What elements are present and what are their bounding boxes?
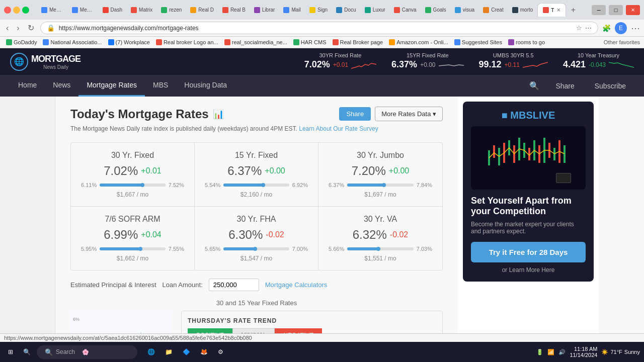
nav-home[interactable]: Home [10, 75, 45, 97]
rate-change-arm: +0.04 [141, 230, 161, 239]
bookmark-rooms[interactable]: rooms to go [506, 38, 547, 46]
minimize-button[interactable] [13, 7, 20, 14]
chart-title: 30 and 15 Year Fixed Rates [70, 299, 443, 307]
ticker-30yr[interactable]: 30YR Fixed Rate 7.02% +0.01 [304, 52, 376, 71]
start-button[interactable]: ⊞ [4, 346, 17, 357]
loan-amount-input[interactable] [209, 279, 259, 291]
new-tab-button[interactable]: + [567, 4, 580, 17]
range-high-va: 7.03% [417, 246, 432, 252]
bookmark-godaddy[interactable]: GoDaddy [4, 38, 39, 46]
taskbar-app-5[interactable]: ⚙ [214, 346, 227, 357]
tab-visual[interactable]: visua [451, 4, 478, 16]
bookmark-workplace[interactable]: (7) Workplace [106, 38, 152, 46]
svg-rect-13 [528, 148, 530, 160]
tab-memo-2[interactable]: Memo [68, 4, 98, 16]
back-button[interactable]: ‹ [4, 23, 11, 34]
tab-docu[interactable]: Docu [332, 4, 359, 16]
search-nav-button[interactable]: 🔍 [525, 77, 543, 95]
page-title-row: Today's Mortgage Rates 📊 Share More Rate… [70, 107, 443, 121]
tab-real-d[interactable]: Real D [186, 4, 217, 16]
range-high-30yr: 7.52% [169, 182, 184, 188]
ticker-umbs[interactable]: UMBS 30YR 5.5 99.12 +0.11 [479, 52, 548, 71]
rate-value-row-fha: 6.30% -0.02 [205, 228, 308, 242]
tab-real-b[interactable]: Real B [218, 4, 249, 16]
rate-cell-va: 30 Yr. VA 6.32% -0.02 5.66% 7.03% [318, 207, 442, 270]
rate-name-jumbo: 30 Yr. Jumbo [329, 151, 432, 160]
bookmark-amazon[interactable]: Amazon.com - Onli... [387, 38, 450, 46]
trend-minimal-btn[interactable]: MINIMAL [232, 328, 275, 333]
svg-rect-20 [564, 145, 566, 163]
svg-rect-6 [493, 145, 495, 158]
rate-value-row-va: 6.32% -0.02 [329, 228, 432, 242]
tab-morto[interactable]: morto [508, 4, 537, 16]
ad-learn-more: or Learn More Here [471, 266, 586, 274]
nav-subscribe-btn[interactable]: Subscribe [587, 78, 634, 94]
tab-canva[interactable]: Canva [390, 4, 420, 16]
nav-mbs[interactable]: MBS [145, 75, 176, 97]
taskbar-app-2[interactable]: 📁 [161, 346, 177, 357]
range-bar-fha [223, 247, 289, 250]
ticker-rate-treasury: 4.421 [563, 59, 586, 70]
svg-text:6%: 6% [73, 317, 79, 322]
close-button[interactable] [4, 7, 11, 14]
maximize-button[interactable] [22, 7, 29, 14]
refresh-button[interactable]: ↻ [26, 22, 36, 34]
ticker-label-treasury: 10 Year Treasury [578, 52, 619, 58]
rate-cell-30yr-fixed: 30 Yr. Fixed 7.02% +0.01 6.11% 7.52% [71, 143, 195, 207]
mortgage-calculators-link[interactable]: Mortgage Calculators [265, 281, 328, 289]
taskbar-app-4[interactable]: 🦊 [196, 346, 212, 357]
bookmark-real-broker-logo[interactable]: Real broker Logo an... [154, 38, 220, 46]
more-options-btn[interactable]: ⋯ [631, 23, 640, 34]
tab-goals[interactable]: Goals [421, 4, 450, 16]
trend-positive-btn[interactable]: POSITIVE [188, 328, 232, 333]
nav-news[interactable]: News [45, 75, 78, 97]
close-window-btn[interactable]: × [626, 5, 640, 15]
profile-btn[interactable]: E [615, 22, 627, 34]
tab-library[interactable]: Librar [250, 4, 279, 16]
tab-active[interactable]: T × [537, 3, 566, 17]
tab-matrix[interactable]: Matrix [127, 4, 156, 16]
tab-sign[interactable]: Sign [305, 4, 331, 16]
range-low-30yr: 6.11% [81, 182, 97, 188]
taskbar-search-box[interactable]: 🔍 Search 🌸 [37, 345, 137, 359]
bookmark-suggested[interactable]: Suggested Sites [452, 38, 504, 46]
more-bookmarks-btn[interactable]: Other favorites [604, 39, 640, 45]
learn-more-link[interactable]: or Learn More Here [502, 266, 555, 274]
tab-memo-1[interactable]: Memo [37, 4, 67, 16]
nav-mortgage-rates[interactable]: Mortgage Rates [78, 75, 145, 97]
minimize-window-btn[interactable]: – [592, 5, 606, 15]
taskbar-app-1[interactable]: 🌐 [143, 346, 159, 357]
ticker-15yr[interactable]: 15YR Fixed Rate 6.37% +0.00 [391, 52, 463, 71]
try-free-button[interactable]: Try it Free for 28 Days [471, 242, 586, 262]
extensions-btn[interactable]: 🧩 [602, 24, 611, 32]
close-tab-icon[interactable]: × [557, 7, 560, 14]
maximize-window-btn[interactable]: □ [609, 5, 623, 15]
tab-creat[interactable]: Creat [479, 4, 507, 16]
ticker-label-30yr: 30YR Fixed Rate [319, 52, 361, 58]
learn-survey-link[interactable]: Learn About Our Rate Survey [299, 125, 378, 132]
trend-negative-btn[interactable]: NEGATIVE [275, 328, 322, 333]
tab-luxur[interactable]: Luxur [361, 4, 389, 16]
rate-mo-fha: $1,547 / mo [205, 255, 308, 262]
taskbar-search[interactable]: 🔍 [19, 346, 35, 357]
tab-mail[interactable]: Mail [279, 4, 304, 16]
address-icons: ☆ ⋯ [576, 24, 592, 32]
bookmark-har-cms[interactable]: HAR CMS [291, 38, 329, 46]
address-bar[interactable]: 🔒 https://www.mortgagenewsdaily.com/mort… [40, 22, 598, 34]
bookmarks-bar: GoDaddy National Associatio... (7) Workp… [0, 37, 644, 48]
tab-rezen[interactable]: rezen [157, 4, 185, 16]
share-button[interactable]: Share [339, 107, 371, 121]
nav-housing-data[interactable]: Housing Data [176, 75, 235, 97]
forward-button[interactable]: › [15, 23, 21, 34]
bookmark-national[interactable]: National Associatio... [41, 38, 104, 46]
nav-share-btn[interactable]: Share [547, 78, 582, 94]
tab-dash[interactable]: Dash [99, 4, 126, 16]
taskbar-app-3[interactable]: 🔷 [179, 346, 194, 357]
more-rates-button[interactable]: More Rates Data ▾ [375, 107, 443, 121]
bookmark-social-media[interactable]: real_socialmedia_ne... [222, 38, 289, 46]
bookmark-real-broker-page[interactable]: Real Broker page [331, 38, 385, 46]
rate-change-fha: -0.02 [266, 230, 284, 239]
logo[interactable]: 🌐 MORTGAGE News Daily [10, 53, 80, 71]
ticker-treasury[interactable]: 10 Year Treasury 4.421 -0.043 [563, 52, 634, 71]
rate-value-row-arm: 6.99% +0.04 [81, 228, 184, 242]
